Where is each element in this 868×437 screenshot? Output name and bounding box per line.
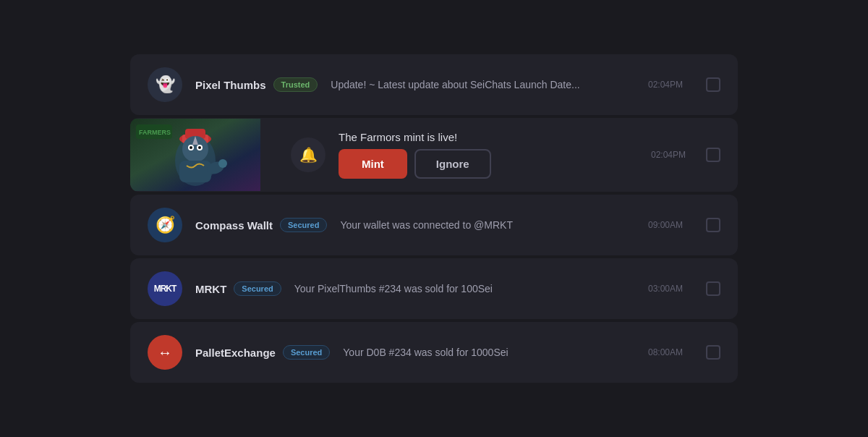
notification-row: 🧭 Compass Wallt Secured Your wallet was … [130,195,738,255]
secured-badge: Secured [283,345,330,360]
secured-badge: Secured [280,218,327,232]
timestamp: 02:04PM [651,150,686,160]
avatar-notify: 🔔 [291,137,326,172]
select-checkbox[interactable] [706,345,720,360]
featured-image: FARMERS [130,119,260,191]
notification-row: 👻 Pixel Thumbs Trusted Update! ~ Latest … [130,54,738,115]
svg-text:FARMERS: FARMERS [139,129,171,136]
featured-content: 🔔 The Farmors mint is live! Mint Ignore … [273,118,738,192]
select-checkbox[interactable] [706,281,720,296]
sender-info: PalletExchange Secured [195,345,330,360]
sender-name: Compass Wallt [195,219,273,232]
secured-badge: Secured [234,281,281,296]
farmors-artwork: FARMERS [130,119,260,191]
arrow-icon: ↔ [158,344,172,361]
notification-row: MRKT MRKT Secured Your PixelThumbs #234 … [130,258,738,319]
notification-content: Your PixelThumbs #234 was sold for 100Se… [294,283,635,294]
message-text: Your D0B #234 was sold for 1000Sei [343,347,635,358]
timestamp: 02:04PM [648,80,683,90]
trusted-badge: Trusted [273,77,318,92]
svg-point-11 [198,146,201,149]
featured-meta: 02:04PM [651,148,720,162]
sender-name: PalletExchange [195,347,276,359]
sender-info: Compass Wallt Secured [195,218,327,232]
timestamp: 09:00AM [648,220,683,230]
avatar: 👻 [148,67,182,102]
message-text: Update! ~ Latest update about SeiChats L… [331,79,635,90]
select-checkbox[interactable] [706,148,720,162]
ghost-icon: 👻 [156,75,175,94]
compass-icon: 🧭 [156,216,175,234]
select-checkbox[interactable] [706,218,720,232]
svg-point-10 [190,146,192,149]
sender-name: Pixel Thumbs [195,79,266,91]
timestamp: 08:00AM [648,347,683,357]
notification-content: Your wallet was connected to @MRKT [340,219,635,231]
message-text: Your PixelThumbs #234 was sold for 100Se… [294,283,635,294]
notification-row-featured: FARMERS [130,118,738,192]
action-buttons: Mint Ignore [339,149,638,179]
mrkt-logo: MRKT [154,284,176,294]
bell-icon: 🔔 [299,146,318,164]
notification-row: ↔ PalletExchange Secured Your D0B #234 w… [130,322,738,383]
sender-info: MRKT Secured [195,281,281,296]
select-checkbox[interactable] [706,77,720,92]
mint-button[interactable]: Mint [339,149,407,179]
avatar: ↔ [148,335,182,370]
sender-name: MRKT [195,283,226,295]
featured-message: The Farmors mint is live! [339,131,638,143]
sender-info: Pixel Thumbs Trusted [195,77,318,92]
message-text: Your wallet was connected to @MRKT [340,219,635,231]
notification-content: Update! ~ Latest update about SeiChats L… [331,79,635,90]
featured-text-area: The Farmors mint is live! Mint Ignore [339,131,638,179]
svg-point-15 [218,159,227,168]
svg-rect-13 [179,161,211,182]
notifications-list: 👻 Pixel Thumbs Trusted Update! ~ Latest … [130,54,738,383]
ignore-button[interactable]: Ignore [414,149,491,179]
avatar: MRKT [148,271,182,306]
timestamp: 03:00AM [648,284,683,294]
avatar: 🧭 [148,208,182,242]
notification-content: Your D0B #234 was sold for 1000Sei [343,347,635,358]
